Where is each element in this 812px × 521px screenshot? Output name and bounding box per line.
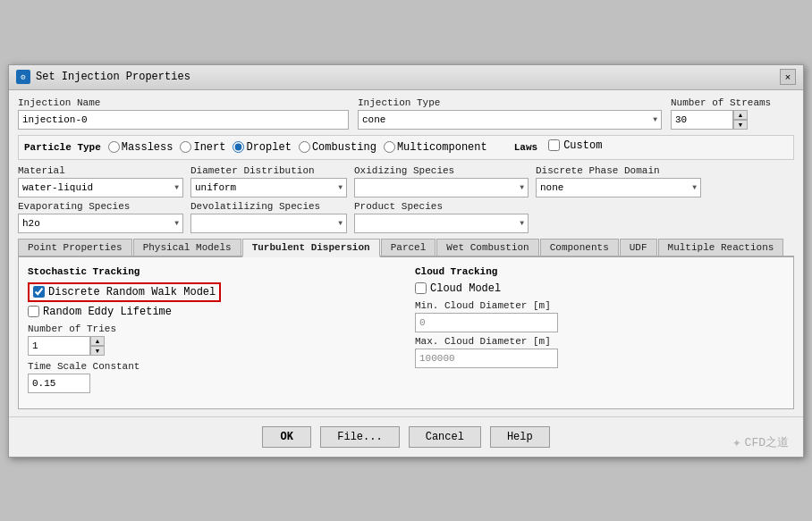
particle-laws-row: Particle Type Massless Inert Droplet Com…	[18, 135, 794, 160]
drw-label: Discrete Random Walk Model	[48, 286, 216, 298]
timescale-label: Time Scale Constant	[28, 361, 397, 372]
particle-type-label: Particle Type	[24, 142, 101, 153]
help-button[interactable]: Help	[490, 426, 550, 448]
evap-select[interactable]: h2o ▼	[18, 214, 183, 233]
tab-point-properties[interactable]: Point Properties	[18, 239, 132, 256]
devol-select[interactable]: ▼	[190, 214, 347, 233]
max-cloud-label: Max. Cloud Diameter [m]	[415, 336, 784, 347]
diam-label: Diameter Distribution	[190, 165, 347, 176]
prod-arrow: ▼	[520, 219, 524, 227]
radio-inert-input[interactable]	[180, 141, 191, 153]
diam-group: Diameter Distribution uniform ▼	[190, 165, 347, 197]
rel-checkbox[interactable]	[28, 306, 39, 317]
tries-label: Number of Tries	[28, 324, 397, 334]
top-fields-row: Injection Name Injection Type cone ▼ Num…	[18, 97, 794, 130]
evap-group: Evaporating Species h2o ▼	[18, 201, 183, 233]
custom-checkbox[interactable]	[548, 139, 560, 151]
radio-droplet-input[interactable]	[233, 141, 244, 153]
material-arrow: ▼	[174, 183, 179, 191]
min-cloud-group: Min. Cloud Diameter [m]	[415, 300, 784, 332]
radio-multicomponent-input[interactable]	[384, 141, 395, 153]
title-bar-left: ⚙ Set Injection Properties	[16, 70, 190, 84]
cloud-title: Cloud Tracking	[415, 266, 784, 277]
devol-label: Devolatilizing Species	[190, 201, 347, 212]
drw-checkbox-row[interactable]: Discrete Random Walk Model	[28, 282, 397, 302]
material-value: water-liquid	[22, 182, 93, 193]
drw-highlighted: Discrete Random Walk Model	[28, 282, 221, 302]
streams-decrement-button[interactable]: ▼	[733, 120, 748, 130]
radio-droplet[interactable]: Droplet	[233, 141, 291, 154]
min-cloud-input	[415, 313, 558, 332]
radio-inert[interactable]: Inert	[180, 141, 225, 154]
max-cloud-group: Max. Cloud Diameter [m]	[415, 336, 784, 368]
injection-type-group: Injection Type cone ▼	[358, 97, 662, 130]
stochastic-section: Stochastic Tracking Discrete Random Walk…	[28, 266, 397, 393]
stochastic-title: Stochastic Tracking	[28, 266, 397, 277]
tab-turbulent-dispersion[interactable]: Turbulent Dispersion	[242, 239, 380, 257]
devol-arrow: ▼	[338, 219, 343, 227]
radio-multicomponent[interactable]: Multicomponent	[384, 141, 487, 154]
streams-increment-button[interactable]: ▲	[733, 110, 748, 120]
dialog-body: Injection Name Injection Type cone ▼ Num…	[9, 90, 803, 416]
custom-label: Custom	[563, 139, 602, 152]
diam-select[interactable]: uniform ▼	[190, 178, 347, 197]
injection-type-arrow: ▼	[653, 115, 657, 123]
radio-combusting-input[interactable]	[299, 141, 310, 153]
dp-value: none	[540, 182, 563, 193]
diam-arrow: ▼	[338, 183, 343, 191]
prod-label: Product Species	[354, 201, 529, 212]
tab-components[interactable]: Components	[540, 239, 619, 256]
injection-type-select[interactable]: cone ▼	[358, 110, 662, 130]
streams-group: Number of Streams ▲ ▼	[671, 97, 771, 130]
custom-checkbox-group[interactable]: Custom	[548, 139, 602, 152]
streams-spinner-btns: ▲ ▼	[733, 110, 748, 130]
radio-inert-label: Inert	[193, 141, 225, 154]
cloud-model-label: Cloud Model	[430, 282, 501, 295]
radio-combusting[interactable]: Combusting	[299, 141, 376, 154]
dp-select[interactable]: none ▼	[536, 178, 701, 197]
file-button[interactable]: File...	[320, 426, 399, 448]
prod-select[interactable]: ▼	[354, 214, 529, 233]
cloud-model-checkbox-row[interactable]: Cloud Model	[415, 282, 784, 295]
tries-spinner-btns: ▲ ▼	[90, 336, 105, 356]
watermark-icon: ✦	[732, 433, 741, 451]
ok-button[interactable]: OK	[262, 426, 311, 448]
tries-input[interactable]	[28, 336, 90, 356]
rel-checkbox-row[interactable]: Random Eddy Lifetime	[28, 306, 397, 318]
close-button[interactable]: ×	[780, 69, 796, 85]
cancel-button[interactable]: Cancel	[409, 426, 481, 448]
dp-label: Discrete Phase Domain	[536, 165, 701, 176]
evap-label: Evaporating Species	[18, 201, 183, 212]
injection-name-input[interactable]	[18, 110, 349, 130]
cloud-model-checkbox[interactable]	[415, 282, 427, 294]
tries-increment-button[interactable]: ▲	[90, 336, 105, 346]
tabs-row: Point Properties Physical Models Turbule…	[18, 239, 794, 257]
radio-combusting-label: Combusting	[312, 141, 376, 154]
injection-type-label: Injection Type	[358, 97, 662, 108]
watermark: ✦ CFD之道	[732, 433, 789, 451]
tab-multiple-reactions[interactable]: Multiple Reactions	[658, 239, 784, 256]
evap-value: h2o	[22, 218, 40, 229]
tries-decrement-button[interactable]: ▼	[90, 346, 105, 356]
streams-label: Number of Streams	[671, 97, 771, 108]
cloud-section: Cloud Tracking Cloud Model Min. Cloud Di…	[415, 266, 784, 393]
radio-massless-input[interactable]	[108, 141, 120, 153]
max-cloud-input	[415, 349, 558, 368]
ox-select[interactable]: ▼	[354, 178, 529, 197]
two-col-layout: Stochastic Tracking Discrete Random Walk…	[28, 266, 784, 393]
watermark-text: CFD之道	[745, 434, 789, 450]
material-select[interactable]: water-liquid ▼	[18, 178, 183, 197]
min-cloud-label: Min. Cloud Diameter [m]	[415, 300, 784, 311]
tab-physical-models[interactable]: Physical Models	[133, 239, 241, 256]
species-row: Evaporating Species h2o ▼ Devolatilizing…	[18, 201, 794, 233]
app-icon: ⚙	[16, 70, 30, 84]
drw-checkbox[interactable]	[33, 286, 45, 298]
radio-multicomponent-label: Multicomponent	[397, 141, 487, 154]
streams-spinner-wrapper: ▲ ▼	[671, 110, 771, 130]
timescale-input[interactable]	[28, 374, 90, 393]
streams-input[interactable]	[671, 110, 733, 130]
radio-massless[interactable]: Massless	[108, 141, 173, 154]
tab-wet-combustion[interactable]: Wet Combustion	[436, 239, 538, 256]
tab-parcel[interactable]: Parcel	[381, 239, 436, 256]
tab-udf[interactable]: UDF	[620, 239, 657, 256]
